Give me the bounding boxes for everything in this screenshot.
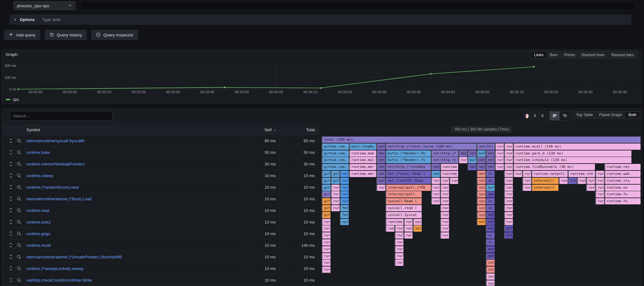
flame-cell[interactable]: rur (440, 178, 449, 184)
flame-cell[interactable]: rur (331, 205, 340, 211)
flame-cell[interactable]: net (477, 157, 486, 163)
flame-cell[interactable]: runtime.mal (349, 157, 376, 163)
table-row[interactable]: runtime.(*randomEnum).next 10 ms 10 ms (2, 181, 319, 193)
swap-vertical-icon[interactable] (9, 231, 13, 236)
table-row[interactable]: runtime.lock2 10 ms 10 ms (2, 216, 319, 228)
flame-cell[interactable]: sys (340, 219, 349, 225)
flame-cell[interactable]: rur (340, 171, 349, 177)
flame-cell[interactable]: rur (504, 178, 513, 184)
flame-cell[interactable]: rur (504, 164, 513, 170)
table-row[interactable]: net/http.checkConnErrorWriter.Write 10 m… (2, 274, 319, 286)
flame-cell[interactable]: net/htt (477, 143, 495, 150)
col-self[interactable]: Self ↓ (248, 125, 280, 135)
flame-cell[interactable]: rur (331, 198, 340, 204)
flame-cell[interactable]: net (431, 164, 440, 170)
flame-cell[interactable]: git (322, 198, 330, 204)
swap-vertical-icon[interactable] (9, 266, 13, 271)
flame-cell[interactable]: rur (322, 267, 330, 273)
flame-cell[interactable]: run (559, 178, 568, 184)
flame-cell[interactable]: net (376, 143, 385, 150)
flame-cell[interactable]: rur (504, 212, 513, 218)
swap-vertical-icon[interactable] (9, 161, 13, 166)
flame-cell[interactable]: runtime.fu (604, 191, 641, 197)
flame-cell[interactable]: rur (340, 191, 349, 197)
search-input[interactable] (10, 111, 113, 121)
flame-cell[interactable]: internal/poll. (386, 191, 422, 197)
search-symbol-icon[interactable] (17, 150, 21, 155)
flame-cell[interactable]: runtime.ste (568, 171, 595, 177)
flame-cell[interactable]: git (322, 171, 330, 177)
flame-cell[interactable]: net/http.(*conn).serve (100 ms) (386, 143, 476, 150)
flame-cell[interactable]: buf (468, 157, 476, 163)
flame-cell[interactable]: io. (486, 232, 495, 239)
search-symbol-icon[interactable] (17, 220, 21, 224)
flame-cell[interactable]: net/http.re (431, 157, 458, 163)
flame-cell[interactable]: net (486, 150, 495, 157)
flame-cell[interactable]: bufio.(*Reader).fi (386, 157, 431, 163)
search-symbol-icon[interactable] (17, 255, 21, 259)
flame-cell[interactable]: rur (322, 219, 330, 225)
flame-cell[interactable]: net.(*netFD).Read (386, 178, 431, 184)
flame-cell[interactable]: rur (595, 171, 604, 177)
flame-cell[interactable]: runtime.schedule (130 ms) (513, 157, 631, 163)
flame-cell[interactable]: git (322, 185, 330, 191)
draw-mode-points[interactable]: Points (561, 52, 578, 58)
search-symbol-icon[interactable] (17, 197, 21, 201)
flame-cell[interactable]: io. (486, 239, 495, 246)
flame-cell[interactable]: rur (322, 239, 330, 246)
flame-cell[interactable]: rur (395, 246, 403, 252)
symbol-link[interactable]: runtime.gogo (26, 231, 50, 236)
flame-cell[interactable]: runtime.mcall (140 ms) (513, 143, 641, 150)
flame-cell[interactable]: rur (495, 164, 504, 170)
flame-cell[interactable]: syscall.read ( (386, 205, 422, 211)
flame-cell[interactable]: internal/r (531, 178, 558, 184)
flame-cell[interactable]: io. (486, 178, 495, 184)
flame-cell[interactable]: sys (486, 273, 495, 280)
flame-cell[interactable]: rur (440, 232, 449, 239)
flame-cell[interactable]: int (486, 260, 495, 266)
swap-vertical-icon[interactable] (9, 219, 13, 224)
flame-cell[interactable]: runtime.mak (349, 150, 376, 157)
flame-cell[interactable]: runtime.netpoll (531, 171, 568, 177)
search-symbol-icon[interactable] (17, 278, 21, 283)
draw-mode-stacked-lines[interactable]: Stacked lines (579, 52, 608, 58)
search-symbol-icon[interactable] (17, 266, 21, 271)
flame-cell[interactable]: syscall.Read ( (386, 198, 422, 204)
flame-cell[interactable]: total (350 ms) (322, 137, 641, 143)
flame-cell[interactable]: run (386, 225, 394, 232)
flame-cell[interactable]: net (486, 219, 495, 225)
flame-cell[interactable]: runtime.wak (604, 171, 641, 177)
flame-cell[interactable]: git (322, 212, 330, 218)
flame-cell[interactable]: rur (504, 185, 513, 191)
flame-cell[interactable]: syscall.Syscal (386, 212, 422, 218)
flame-cell[interactable]: sys (477, 212, 486, 218)
flame-cell[interactable]: rur (595, 191, 604, 197)
table-row[interactable]: runtime.gogo 10 ms 10 ms (2, 228, 319, 240)
flame-cell[interactable]: io. (486, 171, 495, 177)
flame-cell[interactable]: rur (440, 205, 449, 211)
flame-cell[interactable]: runtime.fu (604, 198, 641, 204)
table-row[interactable]: internal/runtime/syscall.Syscall6 60 ms … (2, 135, 319, 147)
flame-cell[interactable]: int (568, 178, 577, 184)
flame-cell[interactable]: net (486, 164, 495, 170)
flame-cell[interactable]: int (413, 225, 422, 232)
flame-cell[interactable]: rur (504, 205, 513, 211)
flame-cell[interactable]: net (376, 164, 385, 170)
symbol-link[interactable]: runtime.(*sweepLocked).sweep (26, 266, 83, 271)
flame-cell[interactable]: runtime.res (604, 164, 641, 170)
col-total[interactable]: Total (280, 125, 319, 135)
flame-cell[interactable]: net (376, 150, 385, 157)
flame-cell[interactable]: rur (376, 185, 385, 191)
swap-vertical-icon[interactable] (9, 196, 13, 201)
flame-cell[interactable]: rur (504, 198, 513, 204)
flame-cell[interactable]: net (486, 246, 495, 252)
symbol-link[interactable]: runtime.memclrNoHeapPointers (26, 162, 85, 166)
flame-cell[interactable]: git (331, 171, 340, 177)
flame-cell[interactable]: rur (431, 191, 440, 197)
flame-cell[interactable]: sys (413, 219, 422, 225)
flame-cell[interactable]: rur (595, 185, 604, 191)
symbol-link[interactable]: runtime.futex (26, 150, 50, 155)
flame-cell[interactable]: rur (504, 143, 513, 150)
flame-cell[interactable]: rur (404, 225, 413, 232)
flame-cell[interactable]: rur (495, 150, 504, 157)
